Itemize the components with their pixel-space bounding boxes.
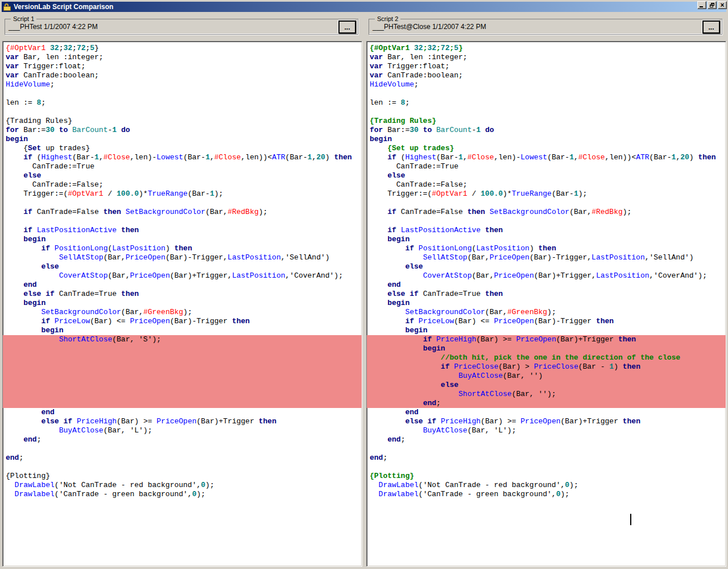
- code-line: Drawlabel('CanTrade - green background',…: [367, 490, 726, 499]
- code-line: else: [367, 262, 726, 271]
- code-line: [367, 463, 726, 472]
- code-line: {Trading Rules}: [3, 117, 362, 126]
- code-line: [3, 89, 362, 98]
- code-line: [367, 199, 726, 208]
- code-line: [3, 353, 362, 362]
- code-line: [367, 89, 726, 98]
- code-line: if PositionLong(LastPosition) then: [3, 244, 362, 253]
- padlock-icon: [3, 3, 11, 11]
- code-line: end;: [367, 399, 726, 408]
- code-line: {#OptVar1 32;32;72;5}: [3, 44, 362, 53]
- code-line: CanTrade:=False;: [367, 180, 726, 189]
- code-line: {Plotting}: [3, 472, 362, 481]
- code-line: BuyAtClose(Bar, ''): [367, 372, 726, 381]
- script1-groupbox: Script 1 ___PHTest 1/1/2007 4:22 PM ...: [5, 19, 358, 35]
- script2-code-panel[interactable]: {#OptVar1 32;32;72;5}var Bar, len :integ…: [366, 41, 726, 567]
- code-line: var CanTrade:boolean;: [3, 71, 362, 80]
- code-line: [3, 199, 362, 208]
- restore-button[interactable]: [708, 1, 717, 9]
- code-line: begin: [367, 299, 726, 308]
- code-line: end;: [367, 453, 726, 463]
- code-line: begin: [367, 326, 726, 335]
- code-line: if CanTrade=False then SetBackgroundColo…: [367, 208, 726, 217]
- script2-value: ___PHTest@Close 1/1/2007 4:22 PM: [373, 23, 486, 31]
- code-line: if PriceLow(Bar) <= PriceOpen(Bar)-Trigg…: [3, 317, 362, 326]
- code-line: else: [3, 171, 362, 180]
- code-line: CanTrade:=False;: [3, 180, 362, 189]
- code-line: var Trigger:float;: [367, 62, 726, 71]
- code-line: {Set up trades}: [367, 144, 726, 153]
- code-line: var Trigger:float;: [3, 62, 362, 71]
- minimize-icon: [700, 6, 703, 7]
- code-line: len := 8;: [367, 98, 726, 108]
- code-line: CoverAtStop(Bar,PriceOpen(Bar)+Trigger,L…: [3, 271, 362, 281]
- title-bar: VersionLab Script Comparison: [2, 2, 726, 12]
- code-line: begin: [3, 299, 362, 308]
- code-line: begin: [367, 235, 726, 244]
- code-line: ShortAtClose(Bar, '');: [367, 390, 726, 399]
- code-line: if CanTrade=False then SetBackgroundColo…: [3, 208, 362, 217]
- code-line: len := 8;: [3, 98, 362, 108]
- script1-value: ___PHTest 1/1/2007 4:22 PM: [9, 23, 98, 31]
- code-line: [3, 217, 362, 226]
- code-line: SetBackgroundColor(Bar,#GreenBkg);: [3, 308, 362, 317]
- code-line: HideVolume;: [367, 80, 726, 89]
- code-line: end;: [3, 453, 362, 463]
- window-controls: ×: [696, 1, 727, 9]
- code-line: if PriceClose(Bar) > PriceClose(Bar - 1)…: [367, 362, 726, 372]
- code-line: else if CanTrade=True then: [367, 290, 726, 299]
- script2-browse-button[interactable]: ...: [702, 20, 720, 34]
- code-line: if LastPositionActive then: [367, 226, 726, 235]
- code-line: [367, 217, 726, 226]
- code-line: if (Highest(Bar-1,#Close,len)-Lowest(Bar…: [3, 153, 362, 162]
- script1-code-panel[interactable]: {#OptVar1 32;32;72;5}var Bar, len :integ…: [2, 41, 362, 567]
- code-line: [3, 372, 362, 381]
- code-line: BuyAtClose(Bar, 'L');: [367, 426, 726, 435]
- code-line: SellAtStop(Bar,PriceOpen(Bar)-Trigger,La…: [3, 253, 362, 262]
- code-line: Drawlabel('CanTrade - green background',…: [3, 490, 362, 499]
- code-line: begin: [367, 135, 726, 144]
- code-line: end: [367, 281, 726, 290]
- code-line: [367, 444, 726, 453]
- script1-browse-button[interactable]: ...: [338, 20, 356, 34]
- code-line: HideVolume;: [3, 80, 362, 89]
- minimize-button[interactable]: [697, 1, 706, 9]
- code-line: var Bar, len :integer;: [3, 53, 362, 62]
- code-line: end;: [3, 435, 362, 444]
- code-line: CanTrade:=True: [367, 162, 726, 171]
- code-line: {Set up trades}: [3, 144, 362, 153]
- code-line: BuyAtClose(Bar, 'L');: [3, 426, 362, 435]
- code-line: end;: [367, 435, 726, 444]
- code-line: if PriceLow(Bar) <= PriceOpen(Bar)-Trigg…: [367, 317, 726, 326]
- window-title: VersionLab Script Comparison: [14, 3, 113, 11]
- code-line: [3, 362, 362, 372]
- code-line: Trigger:=(#OptVar1 / 100.0)*TrueRange(Ba…: [3, 189, 362, 199]
- script1-label: Script 1: [11, 15, 36, 22]
- code-line: [3, 444, 362, 453]
- code-line: else: [3, 262, 362, 271]
- code-line: if PositionLong(LastPosition) then: [367, 244, 726, 253]
- code-line: if LastPositionActive then: [3, 226, 362, 235]
- code-line: begin: [3, 135, 362, 144]
- code-line: begin: [3, 326, 362, 335]
- code-line: [3, 381, 362, 390]
- code-line: end: [367, 408, 726, 417]
- window: { "window": { "title": "VersionLab Scrip…: [0, 0, 728, 569]
- close-icon: ×: [720, 2, 724, 9]
- code-line: for Bar:=30 to BarCount-1 do: [367, 126, 726, 135]
- script2-label: Script 2: [375, 15, 400, 22]
- close-button[interactable]: ×: [718, 1, 727, 9]
- code-line: var Bar, len :integer;: [367, 53, 726, 62]
- code-line: CoverAtStop(Bar,PriceOpen(Bar)+Trigger,L…: [367, 271, 726, 281]
- code-line: {Plotting}: [367, 472, 726, 481]
- code-line: [3, 390, 362, 399]
- code-line: Trigger:=(#OptVar1 / 100.0)*TrueRange(Ba…: [367, 189, 726, 199]
- code-line: SellAtStop(Bar,PriceOpen(Bar)-Trigger,La…: [367, 253, 726, 262]
- code-line: [3, 344, 362, 353]
- code-line: if (Highest(Bar-1,#Close,len)-Lowest(Bar…: [367, 153, 726, 162]
- code-line: else: [367, 171, 726, 180]
- code-line: DrawLabel('Not CanTrade - red background…: [367, 481, 726, 490]
- code-line: end: [3, 281, 362, 290]
- code-line: {#OptVar1 32;32;72;5}: [367, 44, 726, 53]
- code-line: if PriceHigh(Bar) >= PriceOpen(Bar)+Trig…: [367, 335, 726, 344]
